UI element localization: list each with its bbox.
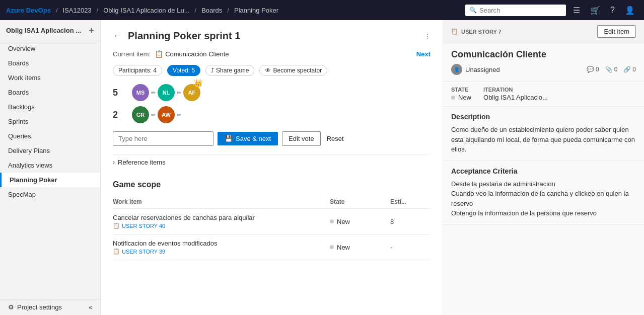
board-item-icon: 📋 xyxy=(113,248,120,255)
pencil-icon: ✏ xyxy=(151,90,156,96)
state-cell-0: New xyxy=(330,218,390,225)
work-item-sub-1: 📋 USER STORY 39 xyxy=(113,248,330,255)
iteration-field-label: Iteration xyxy=(483,87,548,93)
vote-input-row: 💾 Save & next Edit vote Reset xyxy=(113,131,431,146)
sidebar-item-overview[interactable]: Overview xyxy=(0,41,100,56)
spectator-icon: 👁 xyxy=(265,67,271,74)
table-row: Cancelar reservaciones de canchas para a… xyxy=(113,209,431,234)
chevron-right-icon: › xyxy=(113,159,115,166)
sidebar-item-label: Delivery Plans xyxy=(8,147,50,154)
current-item-label: Current item: xyxy=(113,50,151,58)
work-item-name-1: Notificacion de eventos modificados xyxy=(113,240,330,247)
meta-icons: 💬 0 📎 0 🔗 0 xyxy=(587,66,636,73)
state-dot-sm xyxy=(451,96,455,100)
state-dot xyxy=(330,245,334,249)
participants-pill[interactable]: Participants: 4 xyxy=(113,65,162,76)
vote-input[interactable] xyxy=(113,131,213,146)
layout: Oblig ISA1 Aplicacion ... + Overview Boa… xyxy=(0,20,644,315)
search-input[interactable] xyxy=(465,5,566,16)
acceptance-section: Acceptance Criteria Desde la pestaña de … xyxy=(443,161,644,225)
panel-badge: 📋 USER STORY 7 xyxy=(451,28,502,35)
game-scope: Game scope Work item State Esti... Cance… xyxy=(113,180,431,260)
sidebar-item-label: Queries xyxy=(8,132,31,140)
sidebar-item-label: Backlogs xyxy=(8,103,35,111)
search-icon: 🔍 xyxy=(469,7,477,14)
sidebar-item-specmap[interactable]: SpecMap xyxy=(0,187,100,202)
description-section: Description Como dueño de un establecimi… xyxy=(443,107,644,161)
list-icon[interactable]: ☰ xyxy=(570,6,583,15)
panel-meta: 👤 Unassigned 💬 0 📎 0 🔗 0 xyxy=(443,64,644,82)
back-button[interactable]: ← xyxy=(113,31,122,41)
attachment-icon: 📎 xyxy=(605,66,613,73)
state-field-value: New xyxy=(451,94,471,101)
collapse-icon[interactable]: « xyxy=(89,304,92,311)
sidebar-item-planning-poker[interactable]: Planning Poker xyxy=(0,173,100,187)
vote-row-5: 5 MS ✏ NL ✏ AF xyxy=(113,84,431,101)
sidebar-item-boards-top[interactable]: Boards xyxy=(0,56,100,70)
comment-icon: 💬 xyxy=(587,66,594,73)
vote-number-2: 2 xyxy=(113,110,128,120)
acceptance-line-2: Obtengo la informacion de la persona que… xyxy=(451,208,636,218)
next-button[interactable]: Next xyxy=(416,50,431,58)
edit-item-button[interactable]: Edit item xyxy=(597,25,636,38)
iteration-field: Iteration Oblig ISA1 Aplicacio... xyxy=(483,87,548,101)
reset-button[interactable]: Reset xyxy=(325,132,346,145)
acceptance-title: Acceptance Criteria xyxy=(451,167,636,175)
work-item-name-0: Cancelar reservaciones de canchas para a… xyxy=(113,214,330,221)
page-title: Planning Poker sprint 1 xyxy=(128,30,240,42)
sidebar-item-label: Overview xyxy=(8,45,35,52)
shopping-icon[interactable]: 🛒 xyxy=(587,6,603,15)
share-icon: ⤴ xyxy=(211,67,214,74)
save-icon: 💾 xyxy=(225,135,233,142)
avatar-aw: AW xyxy=(158,106,175,123)
right-panel: 📋 USER STORY 7 Edit item Comunicación Cl… xyxy=(443,20,644,315)
sidebar-item-sprints[interactable]: Sprints xyxy=(0,114,100,129)
col-header-estim: Esti... xyxy=(390,198,431,205)
vote-avatars-5: MS ✏ NL ✏ AF xyxy=(132,84,200,101)
work-item-sub-0: 📋 USER STORY 40 xyxy=(113,222,330,229)
acceptance-line-0: Desde la pestaña de administracion xyxy=(451,179,636,189)
settings-label: Project settings xyxy=(17,303,62,311)
sidebar-item-label: Work items xyxy=(8,74,41,82)
sidebar-item-analytics[interactable]: Analytics views xyxy=(0,158,100,173)
sidebar-item-boards[interactable]: Boards xyxy=(0,85,100,100)
sidebar-item-label: Planning Poker xyxy=(10,176,57,184)
sidebar-footer-project-settings[interactable]: ⚙ Project settings « xyxy=(0,299,100,315)
add-project-icon[interactable]: + xyxy=(89,25,94,36)
user-icon[interactable]: 👤 xyxy=(622,6,638,15)
sidebar-item-work-items[interactable]: Work items xyxy=(0,70,100,85)
sidebar-project: Oblig ISA1 Aplicacion ... + xyxy=(0,20,100,41)
scope-table-header: Work item State Esti... xyxy=(113,195,431,209)
reference-items-toggle[interactable]: › Reference items xyxy=(113,154,431,170)
comment-count: 💬 0 xyxy=(587,66,599,73)
crumb-oblig[interactable]: Oblig ISA1 Aplicacion de Lu... xyxy=(103,7,189,14)
vote-avatars-2: GR ✏ AW ✏ xyxy=(132,106,181,123)
current-item-bar: Current item: 📋 Comunicación Cliente Nex… xyxy=(113,50,431,58)
share-game-button[interactable]: ⤴ Share game xyxy=(205,65,254,76)
game-scope-title: Game scope xyxy=(113,180,431,189)
state-field: State New xyxy=(451,87,471,101)
topnav: Azure DevOps / ISA12023 / Oblig ISA1 Apl… xyxy=(0,0,644,20)
crumb-planning[interactable]: Planning Poker xyxy=(234,7,278,14)
current-item-name: 📋 Comunicación Cliente xyxy=(155,50,229,58)
more-options-icon[interactable]: ⋮ xyxy=(424,32,431,40)
table-row: Notificacion de eventos modificados 📋 US… xyxy=(113,234,431,260)
sidebar-item-label: Boards xyxy=(8,89,29,96)
help-icon[interactable]: ? xyxy=(607,6,618,15)
crumb-boards[interactable]: Boards xyxy=(201,7,222,14)
work-item-cell-1: Notificacion de eventos modificados 📋 US… xyxy=(113,240,330,255)
edit-vote-button[interactable]: Edit vote xyxy=(282,131,321,146)
voted-pill[interactable]: Voted: 5 xyxy=(167,65,200,76)
link-icon: 🔗 xyxy=(623,66,631,73)
participants-bar: Participants: 4 Voted: 5 ⤴ Share game 👁 … xyxy=(113,65,431,76)
estim-cell-1: - xyxy=(390,244,431,251)
sidebar-item-backlogs[interactable]: Backlogs xyxy=(0,100,100,114)
sidebar-item-queries[interactable]: Queries xyxy=(0,129,100,143)
crumb-isa[interactable]: ISA12023 xyxy=(63,7,92,14)
sidebar-item-delivery-plans[interactable]: Delivery Plans xyxy=(0,143,100,158)
estim-cell-0: 8 xyxy=(390,218,431,225)
save-next-button[interactable]: 💾 Save & next xyxy=(218,132,278,145)
attachment-count: 📎 0 xyxy=(605,66,618,73)
become-spectator-button[interactable]: 👁 Become spectator xyxy=(259,65,327,76)
brand[interactable]: Azure DevOps xyxy=(6,7,51,14)
